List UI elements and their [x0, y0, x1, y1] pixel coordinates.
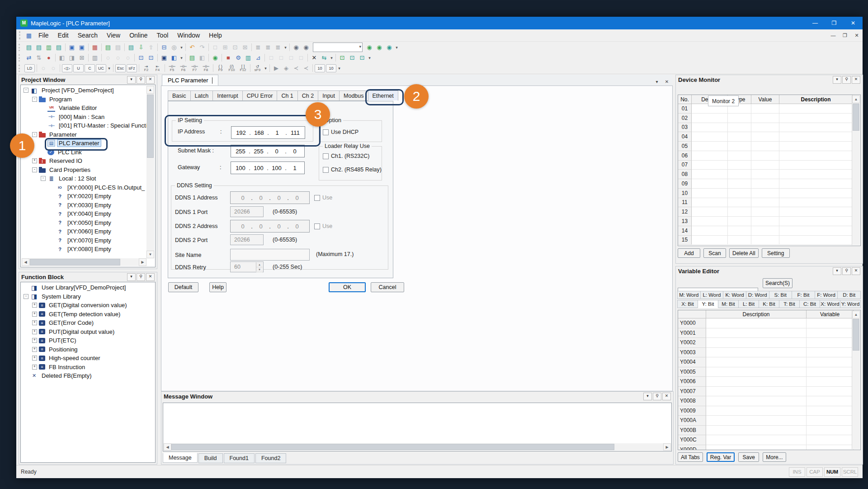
select-icon[interactable]: ◈: [281, 64, 291, 73]
dropdown-arrow-icon[interactable]: ▾: [107, 66, 112, 71]
ch1-rs232c-checkbox[interactable]: [323, 153, 329, 159]
document-tab[interactable]: PLC Parameter: [162, 75, 218, 85]
chip-10b-icon[interactable]: 10: [326, 64, 336, 72]
tree-item[interactable]: +GET(Digital conversion value): [22, 301, 154, 310]
type-tab-f-bit[interactable]: F: Bit: [792, 291, 815, 299]
restore-icon[interactable]: ❐: [825, 17, 844, 29]
close-icon[interactable]: ✕: [852, 267, 860, 275]
block-insert-icon[interactable]: ◧: [57, 53, 67, 62]
table-row[interactable]: Y000A: [678, 416, 860, 426]
vertical-scrollbar[interactable]: ▲ ▼: [146, 86, 154, 258]
monitor-window-icon[interactable]: ▥: [90, 53, 100, 62]
table-row[interactable]: 06: [678, 151, 860, 161]
monitor-chart-icon[interactable]: ◧: [169, 53, 179, 62]
dropdown-arrow-icon[interactable]: ▾: [263, 66, 268, 71]
mdi-minimize-icon[interactable]: —: [827, 30, 839, 40]
type-tab-l-word[interactable]: L: Word: [700, 291, 724, 299]
panel-menu-icon[interactable]: ▾: [833, 76, 841, 84]
expand-icon[interactable]: +: [32, 338, 37, 343]
tree-item[interactable]: +[XY:0000] PLC-ES In.Output_: [22, 183, 146, 192]
coil-not-icon[interactable]: (/)F10: [226, 64, 237, 73]
button-scan[interactable]: Scan: [703, 248, 726, 258]
type-tab-y-bit[interactable]: Y: Bit: [698, 300, 718, 308]
disconnect-icon[interactable]: ✕: [309, 53, 319, 62]
zoom-out-icon[interactable]: ◌: [48, 64, 58, 73]
table-row[interactable]: Y0003: [678, 348, 860, 358]
type-tab-f-word[interactable]: F: Word: [815, 291, 838, 299]
new-program-icon[interactable]: ▤: [34, 43, 44, 52]
tab-cpu-error[interactable]: CPU Error: [242, 90, 278, 101]
tree-item[interactable]: +PUT(ETC): [22, 336, 154, 345]
table-row[interactable]: Y0004: [678, 357, 860, 367]
line-f4-icon[interactable]: ⇤F4: [152, 64, 163, 73]
calc-icon[interactable]: ▥: [243, 53, 253, 62]
card1-icon[interactable]: ⊡: [136, 53, 146, 62]
new-document-icon[interactable]: ▥: [44, 43, 54, 52]
menu-search[interactable]: Search: [73, 30, 102, 40]
table-row[interactable]: 07: [678, 161, 860, 170]
horizontal-scrollbar[interactable]: ◀ ▶: [164, 443, 671, 451]
tree-item[interactable]: -Parameter: [22, 130, 146, 139]
sort-icon[interactable]: ⇅: [34, 53, 44, 62]
tab-list-icon[interactable]: ▾: [653, 77, 661, 85]
pin-icon[interactable]: ⚲: [137, 273, 145, 281]
tab-ethernet[interactable]: Ethernet: [368, 90, 398, 101]
pin-icon[interactable]: ⚲: [842, 267, 851, 275]
menu-edit[interactable]: Edit: [53, 30, 73, 40]
menu-help[interactable]: Help: [204, 30, 226, 40]
type-tab-t-bit[interactable]: T: Bit: [779, 300, 800, 308]
table-row[interactable]: 15: [678, 236, 860, 245]
tab-message[interactable]: Message: [163, 453, 198, 463]
table-row[interactable]: 14: [678, 226, 860, 236]
type-tab-k-bit[interactable]: K: Bit: [759, 300, 779, 308]
scroll-down-icon[interactable]: ▼: [146, 251, 154, 258]
run3-icon[interactable]: ⊡: [357, 53, 367, 62]
button-setting[interactable]: Setting: [762, 248, 790, 258]
table-row[interactable]: Y0000: [678, 318, 860, 328]
pointer1-icon[interactable]: ≺: [291, 64, 301, 73]
book-icon[interactable]: ▣: [159, 53, 169, 62]
scroll-up-icon[interactable]: ▲: [852, 95, 860, 103]
table-row[interactable]: Y0006: [678, 377, 860, 387]
copy-icon[interactable]: ⊞: [220, 43, 230, 52]
type-tab-k-word[interactable]: K: Word: [723, 291, 746, 299]
contact-fall-icon[interactable]: ⊣⊢F8: [200, 64, 212, 73]
function-box-icon[interactable]: [ ]F12: [237, 64, 249, 73]
help-button[interactable]: Help: [209, 282, 226, 292]
tree-item[interactable]: +PLC Link: [22, 148, 146, 157]
type-tab-m-word[interactable]: M: Word: [677, 291, 701, 299]
table-row[interactable]: 02: [678, 114, 860, 123]
dropdown-arrow-icon[interactable]: ▾: [283, 45, 288, 50]
expand-icon[interactable]: +: [32, 329, 37, 334]
collapse-icon[interactable]: -: [32, 132, 37, 137]
tree-item[interactable]: +[XY:0070] Empty: [22, 236, 146, 245]
table-row[interactable]: 08: [678, 170, 860, 179]
document-disabled-icon[interactable]: ▤: [113, 43, 123, 52]
dropdown-arrow-icon[interactable]: ▾: [329, 56, 334, 60]
open-project-icon[interactable]: ▤: [54, 43, 64, 52]
tree-item[interactable]: +[XY:0050] Empty: [22, 218, 146, 228]
swap-icon[interactable]: ⇄: [24, 53, 34, 62]
menu-view[interactable]: View: [102, 30, 125, 40]
expand-icon[interactable]: +: [32, 303, 37, 308]
table-row[interactable]: 09: [678, 179, 860, 189]
contact-pair-icon[interactable]: ◁▷: [62, 64, 72, 72]
tree-item[interactable]: +[XY:0020] Empty: [22, 192, 146, 201]
link3-icon[interactable]: ◌: [123, 53, 133, 62]
tree-item[interactable]: +[XY:0060] Empty: [22, 227, 146, 236]
coil-icon[interactable]: ( )F9: [215, 64, 226, 73]
tree-item[interactable]: +[XY:0030] Empty: [22, 201, 146, 210]
tree-item[interactable]: +PUT(Digital output value): [22, 328, 154, 337]
table-row[interactable]: Y0001: [678, 328, 860, 338]
loop-icon[interactable]: ↺sF9: [252, 64, 263, 73]
card2-icon[interactable]: ⊡: [146, 53, 156, 62]
upload-icon[interactable]: ⇧: [146, 43, 156, 52]
tree-item[interactable]: +[000] Main : Scan: [22, 113, 146, 122]
tree-item[interactable]: +Variable Editor: [22, 104, 146, 113]
expand-icon[interactable]: +: [32, 312, 37, 317]
tab-latch[interactable]: Latch: [190, 90, 213, 101]
scroll-left-icon[interactable]: ◀: [22, 258, 29, 266]
pin-icon[interactable]: ⚲: [842, 76, 851, 84]
expand-icon[interactable]: +: [32, 365, 37, 370]
zoom-in-icon[interactable]: ◌: [38, 64, 48, 73]
